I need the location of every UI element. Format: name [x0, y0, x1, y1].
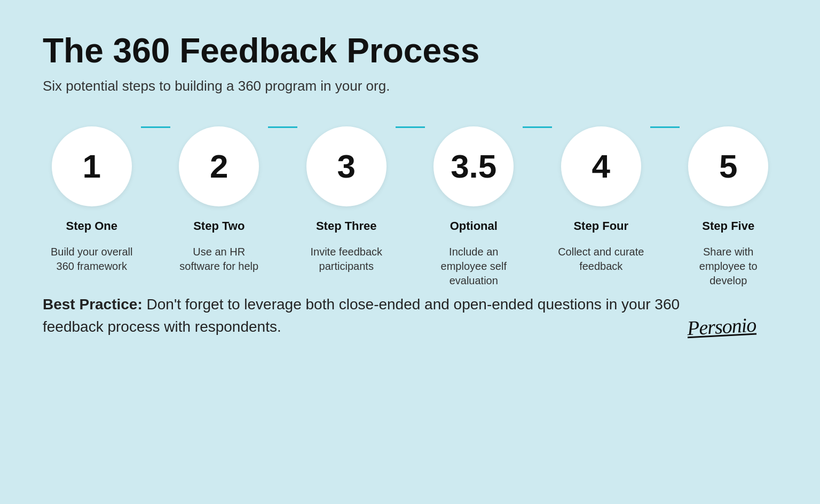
step-number-4: 3.5 — [451, 150, 496, 183]
step-desc-1: Build your overall 360 framework — [51, 246, 132, 272]
page-title: The 360 Feedback Process — [43, 32, 777, 69]
step-label-1: Step OneBuild your overall 360 framework — [43, 219, 141, 274]
best-practice-section: Best Practice: Don't forget to leverage … — [43, 293, 687, 338]
step-number-2: 2 — [210, 150, 228, 183]
step-desc-4: Include an employee self evaluation — [441, 246, 507, 286]
step-label-3: Step ThreeInvite feedback participants — [297, 219, 396, 274]
step-circle-1: 1 — [52, 126, 132, 206]
footer-row: Best Practice: Don't forget to leverage … — [43, 288, 777, 343]
step-number-3: 3 — [337, 150, 356, 183]
page-container: The 360 Feedback Process Six potential s… — [0, 0, 820, 504]
step-number-5: 4 — [592, 150, 610, 183]
step-label-5: Step FourCollect and curate feedback — [552, 219, 650, 274]
connector-1 — [141, 126, 170, 128]
step-number-6: 5 — [719, 150, 737, 183]
step-col-4: 3.5OptionalInclude an employee self eval… — [425, 126, 523, 288]
step-circle-3: 3 — [306, 126, 387, 206]
logo-text: Personio — [687, 314, 756, 340]
step-col-2: 2Step TwoUse an HR software for help — [170, 126, 269, 274]
step-title-5: Step Four — [557, 219, 645, 233]
step-label-6: Step FiveShare with employee to develop — [680, 219, 778, 288]
step-col-5: 4Step FourCollect and curate feedback — [552, 126, 650, 274]
step-circle-4: 3.5 — [433, 126, 514, 206]
connector-4 — [523, 126, 552, 128]
step-title-2: Step Two — [176, 219, 263, 233]
personio-logo: Personio — [687, 313, 756, 340]
step-desc-5: Collect and curate feedback — [558, 246, 644, 272]
best-practice-label: Best Practice: — [43, 296, 143, 313]
page-subtitle: Six potential steps to building a 360 pr… — [43, 78, 777, 94]
connector-2 — [268, 126, 297, 128]
step-col-1: 1Step OneBuild your overall 360 framewor… — [43, 126, 141, 274]
steps-row: 1Step OneBuild your overall 360 framewor… — [43, 126, 777, 288]
step-col-3: 3Step ThreeInvite feedback participants — [297, 126, 396, 274]
step-col-6: 5Step FiveShare with employee to develop — [680, 126, 778, 288]
step-title-3: Step Three — [303, 219, 390, 233]
step-circle-5: 4 — [561, 126, 641, 206]
step-circle-6: 5 — [688, 126, 768, 206]
step-label-4: OptionalInclude an employee self evaluat… — [425, 219, 523, 288]
step-circle-2: 2 — [179, 126, 259, 206]
step-title-4: Optional — [430, 219, 518, 233]
connector-5 — [650, 126, 680, 128]
step-desc-6: Share with employee to develop — [699, 246, 758, 286]
step-label-2: Step TwoUse an HR software for help — [170, 219, 269, 274]
step-desc-2: Use an HR software for help — [179, 246, 258, 272]
step-number-1: 1 — [83, 150, 101, 183]
step-desc-3: Invite feedback participants — [310, 246, 382, 272]
step-title-6: Step Five — [685, 219, 772, 233]
step-title-1: Step One — [48, 219, 136, 233]
connector-3 — [396, 126, 425, 128]
